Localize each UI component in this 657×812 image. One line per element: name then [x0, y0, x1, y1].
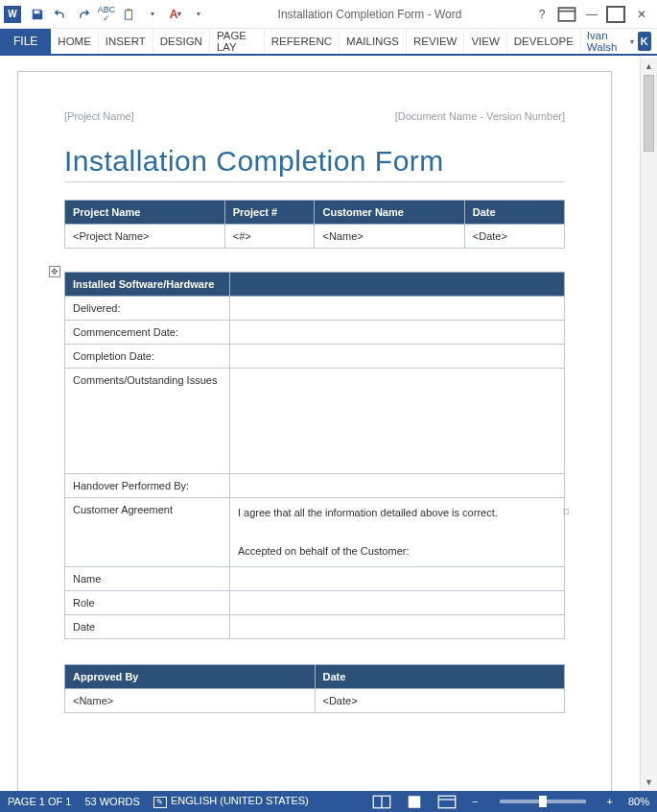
svg-rect-6 — [409, 796, 421, 808]
col-installed: Installed Software/Hardware — [65, 273, 230, 297]
file-tab[interactable]: FILE — [0, 29, 51, 54]
cell[interactable]: <Date> — [464, 225, 564, 249]
row-value[interactable] — [229, 369, 564, 474]
ribbon-display-icon[interactable] — [555, 4, 578, 25]
row-label[interactable]: Role — [65, 591, 230, 615]
tab-home[interactable]: HOME — [51, 29, 99, 54]
row-value[interactable] — [229, 297, 564, 321]
user-dropdown-icon: ▾ — [630, 37, 634, 46]
tab-mailings[interactable]: MAILINGS — [340, 29, 407, 54]
paste-icon[interactable] — [119, 4, 140, 25]
col-project-number: Project # — [224, 201, 315, 225]
vertical-scrollbar[interactable]: ▲ ▼ — [640, 58, 657, 791]
cell[interactable]: <Project Name> — [65, 225, 225, 249]
row-label[interactable]: Date — [65, 615, 230, 639]
tab-references[interactable]: REFERENC — [265, 29, 340, 54]
zoom-in-icon[interactable]: + — [605, 796, 615, 807]
row-value[interactable]: I agree that all the information detaile… — [229, 498, 564, 567]
svg-rect-7 — [438, 796, 456, 808]
table-row[interactable]: <Project Name> <#> <Name> <Date> — [65, 225, 565, 249]
row-value[interactable] — [229, 615, 564, 639]
tab-review[interactable]: REVIEW — [407, 29, 464, 54]
table-row[interactable]: Customer AgreementI agree that all the i… — [65, 498, 565, 567]
tab-design[interactable]: DESIGN — [153, 29, 210, 54]
table-row[interactable]: Commencement Date: — [65, 321, 565, 345]
svg-rect-1 — [127, 8, 130, 11]
user-name-label: Ivan Walsh — [587, 30, 626, 53]
table-row[interactable]: Handover Performed By: — [65, 474, 565, 498]
table-row[interactable]: Date — [65, 615, 565, 639]
scroll-up-icon[interactable]: ▲ — [641, 58, 657, 75]
row-label[interactable]: Commencement Date: — [65, 321, 230, 345]
qat-dropdown-icon[interactable]: ▾ — [142, 4, 163, 25]
cell[interactable]: <Date> — [315, 689, 565, 713]
help-icon[interactable]: ? — [530, 4, 553, 25]
table-move-handle-icon[interactable]: ✥ — [49, 266, 60, 277]
language-indicator[interactable]: ✎ENGLISH (UNITED STATES) — [153, 795, 309, 808]
minimize-icon[interactable]: — — [580, 4, 603, 25]
undo-icon[interactable] — [50, 4, 71, 25]
user-account[interactable]: Ivan Walsh ▾ K — [581, 29, 657, 54]
qat-customize-icon[interactable]: ▾ — [188, 4, 209, 25]
col-blank — [229, 273, 564, 297]
row-value[interactable] — [229, 567, 564, 591]
quick-access-toolbar: ABC✓ ▾ A▾ ▾ — [27, 4, 209, 25]
row-label[interactable]: Handover Performed By: — [65, 474, 230, 498]
svg-rect-3 — [607, 7, 624, 22]
table-row[interactable]: Delivered: — [65, 297, 565, 321]
print-layout-icon[interactable] — [405, 794, 424, 809]
row-label[interactable]: Completion Date: — [65, 345, 230, 369]
tab-page-layout[interactable]: PAGE LAY — [210, 29, 265, 54]
scroll-thumb[interactable] — [644, 75, 654, 152]
tab-insert[interactable]: INSERT — [99, 29, 153, 54]
table-row[interactable]: Comments/Outstanding Issues — [65, 369, 565, 474]
window-controls: ? — ✕ — [530, 4, 653, 25]
cell[interactable]: <Name> — [315, 225, 464, 249]
web-layout-icon[interactable] — [437, 794, 457, 809]
word-count[interactable]: 53 WORDS — [84, 796, 139, 807]
table-row[interactable]: <Name> <Date> — [65, 689, 565, 713]
row-value[interactable] — [229, 474, 564, 498]
row-value[interactable] — [229, 321, 564, 345]
zoom-knob[interactable] — [539, 796, 547, 807]
svg-rect-2 — [558, 8, 575, 21]
project-summary-table[interactable]: Project Name Project # Customer Name Dat… — [64, 200, 565, 249]
row-label[interactable]: Customer Agreement — [65, 498, 230, 567]
status-bar: PAGE 1 OF 1 53 WORDS ✎ENGLISH (UNITED ST… — [0, 791, 657, 812]
title-bar: W ABC✓ ▾ A▾ ▾ Installation Completion Fo… — [0, 0, 657, 29]
cell[interactable]: <Name> — [65, 689, 316, 713]
row-label[interactable]: Delivered: — [65, 297, 230, 321]
user-avatar: K — [638, 32, 651, 51]
tab-view[interactable]: VIEW — [464, 29, 506, 54]
row-label[interactable]: Name — [65, 567, 230, 591]
row-label[interactable]: Comments/Outstanding Issues — [65, 369, 230, 474]
row-value[interactable] — [229, 345, 564, 369]
redo-icon[interactable] — [73, 4, 94, 25]
spellcheck-icon[interactable]: ABC✓ — [96, 4, 117, 25]
maximize-icon[interactable] — [605, 4, 628, 25]
header-left: [Project Name] — [64, 110, 134, 122]
row-value[interactable] — [229, 591, 564, 615]
tab-developer[interactable]: DEVELOPE — [507, 29, 581, 54]
language-label: ENGLISH (UNITED STATES) — [171, 795, 309, 806]
scroll-down-icon[interactable]: ▼ — [641, 774, 657, 791]
table-resize-handle-icon[interactable]: ◻ — [563, 507, 571, 514]
read-mode-icon[interactable] — [372, 794, 391, 809]
table-row[interactable]: Role — [65, 591, 565, 615]
zoom-slider[interactable] — [500, 800, 586, 803]
installed-details-table[interactable]: Installed Software/Hardware Delivered:Co… — [64, 272, 565, 639]
page-header: [Project Name] [Document Name - Version … — [64, 110, 565, 122]
table-row[interactable]: Name — [65, 567, 565, 591]
document-viewport[interactable]: [Project Name] [Document Name - Version … — [0, 58, 640, 791]
close-icon[interactable]: ✕ — [630, 4, 653, 25]
table-row[interactable]: Completion Date: — [65, 345, 565, 369]
approval-table[interactable]: Approved By Date <Name> <Date> — [64, 664, 565, 713]
cell[interactable]: <#> — [224, 225, 315, 249]
page[interactable]: [Project Name] [Document Name - Version … — [17, 71, 612, 791]
page-indicator[interactable]: PAGE 1 OF 1 — [8, 796, 71, 807]
zoom-level[interactable]: 80% — [628, 796, 649, 807]
save-icon[interactable] — [27, 4, 48, 25]
zoom-out-icon[interactable]: − — [470, 796, 480, 807]
col-customer-name: Customer Name — [315, 201, 464, 225]
format-icon[interactable]: A▾ — [165, 4, 186, 25]
